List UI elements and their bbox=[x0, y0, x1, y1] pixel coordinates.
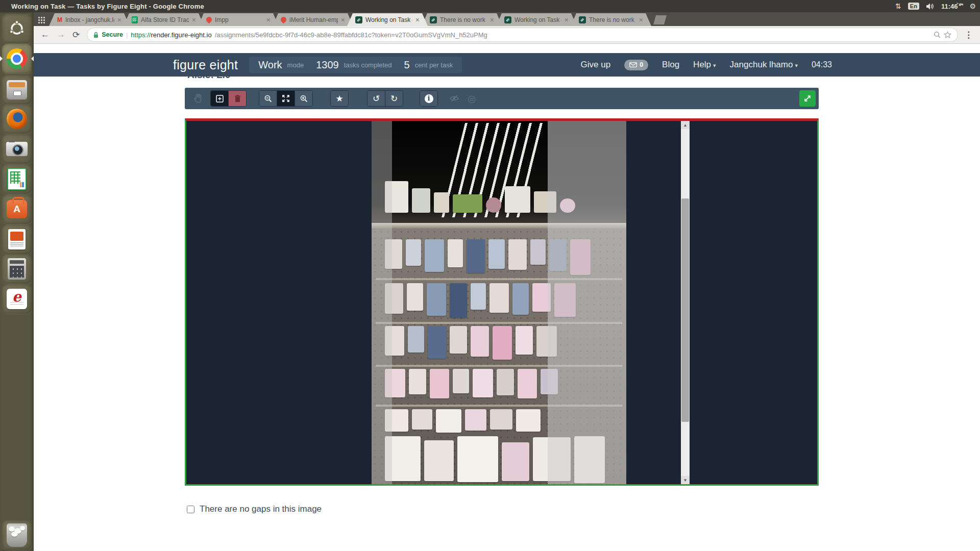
bookmark-star-icon[interactable] bbox=[944, 31, 951, 39]
dock-item-document-viewer[interactable]: e bbox=[2, 284, 32, 314]
figure-eight-icon: ∞ bbox=[504, 16, 511, 23]
tab-no-work-1[interactable]: ∞ There is no work cu × bbox=[422, 13, 502, 26]
chrome-icon bbox=[7, 48, 27, 69]
sheets-icon bbox=[132, 16, 138, 23]
figure-eight-icon: ∞ bbox=[430, 16, 437, 23]
tab-no-work-2[interactable]: ∞ There is no work cu × bbox=[571, 13, 651, 26]
dock-item-firefox[interactable] bbox=[2, 104, 32, 134]
shelf-photo bbox=[372, 121, 626, 484]
zoom-button-group bbox=[259, 90, 313, 107]
chevron-down-icon: ▾ bbox=[795, 62, 798, 68]
expand-arrows-icon bbox=[282, 94, 290, 103]
volume-icon[interactable] bbox=[926, 3, 935, 10]
help-menu[interactable]: Help▾ bbox=[693, 60, 716, 70]
star-icon: ★ bbox=[335, 94, 343, 103]
url-text: https://render.figure-eight.io bbox=[131, 31, 211, 39]
browser-toolbar: ← → ⟳ Secure | https://render.figure-eig… bbox=[34, 26, 980, 44]
add-box-icon bbox=[215, 94, 224, 103]
secure-label: Secure bbox=[102, 31, 123, 38]
dash-home-button[interactable] bbox=[2, 14, 32, 43]
figure-eight-header: figure eight Work mode 1309 tasks comple… bbox=[34, 53, 980, 77]
close-icon[interactable]: × bbox=[415, 16, 420, 24]
clock[interactable]: 11:46 ཚེས bbox=[941, 3, 963, 10]
dock-item-files[interactable] bbox=[2, 75, 32, 105]
dock-item-libreoffice-impress[interactable] bbox=[2, 224, 32, 254]
close-icon[interactable]: × bbox=[266, 16, 271, 24]
undo-button[interactable]: ↺ bbox=[368, 91, 385, 106]
camera-icon bbox=[6, 142, 28, 156]
address-bar[interactable]: Secure | https://render.figure-eight.io … bbox=[87, 28, 958, 42]
delete-box-button[interactable] bbox=[228, 91, 246, 106]
annotation-canvas[interactable]: ▲ ▼ bbox=[185, 118, 819, 486]
info-button[interactable]: i bbox=[420, 91, 437, 106]
scrollbar-thumb[interactable] bbox=[681, 198, 689, 422]
dock-item-chrome[interactable] bbox=[2, 44, 32, 73]
stitch-overlay-right bbox=[548, 121, 626, 484]
tab-impp[interactable]: Impp × bbox=[198, 13, 279, 26]
dock-item-calculator[interactable] bbox=[2, 254, 32, 284]
scroll-down-button[interactable]: ▼ bbox=[681, 476, 690, 484]
messages-badge[interactable]: 0 bbox=[624, 60, 648, 70]
tab-working-on-task-2[interactable]: ∞ Working on Task — × bbox=[496, 13, 577, 26]
pan-hand-icon[interactable] bbox=[193, 93, 203, 104]
message-count: 0 bbox=[640, 61, 643, 68]
pay-value: 5 bbox=[404, 59, 410, 71]
running-indicator bbox=[0, 56, 3, 61]
close-icon[interactable]: × bbox=[117, 16, 121, 24]
tab-strip: M Inbox - jangchuk.l@ × Alfa Store ID Tr… bbox=[34, 12, 980, 26]
dock-item-trash[interactable] bbox=[2, 520, 32, 550]
apps-grid-icon[interactable] bbox=[38, 16, 45, 23]
tab-imerit[interactable]: iMerit Human-emp × bbox=[273, 13, 353, 26]
info-icon: i bbox=[425, 94, 433, 103]
give-up-link[interactable]: Give up bbox=[581, 60, 611, 70]
keyboard-layout-indicator[interactable]: En bbox=[908, 3, 919, 10]
add-box-button[interactable] bbox=[211, 91, 228, 106]
dock-item-ubuntu-software[interactable]: A bbox=[2, 194, 32, 224]
window-title: Working on Task — Tasks by Figure Eight … bbox=[11, 3, 204, 10]
no-gaps-label[interactable]: There are no gaps in this image bbox=[200, 504, 322, 514]
tab-gmail-inbox[interactable]: M Inbox - jangchuk.l@ × bbox=[49, 13, 130, 26]
hide-annotations-icon[interactable] bbox=[449, 94, 459, 103]
canvas-scrollbar[interactable]: ▲ ▼ bbox=[681, 121, 690, 484]
dock-item-camera[interactable] bbox=[2, 134, 32, 164]
no-gaps-checkbox[interactable] bbox=[187, 506, 194, 513]
software-bag-icon: A bbox=[7, 200, 27, 218]
tab-working-on-task-active[interactable]: ∞ Working on Task — × bbox=[347, 13, 428, 26]
session-gear-icon[interactable]: ⚙ bbox=[969, 2, 976, 10]
chrome-menu-icon[interactable]: ⋮ bbox=[964, 30, 973, 40]
focused-indicator bbox=[31, 56, 34, 61]
network-indicator-icon[interactable]: ⇅ bbox=[895, 2, 901, 10]
close-icon[interactable]: × bbox=[490, 16, 494, 24]
focus-target-icon[interactable]: ◎ bbox=[468, 93, 476, 105]
new-tab-button[interactable] bbox=[653, 15, 667, 24]
info-group: i bbox=[420, 90, 438, 107]
system-tray: ⇅ En 11:46 ཚེས ⚙ bbox=[895, 0, 976, 12]
reload-button[interactable]: ⟳ bbox=[72, 30, 80, 40]
fullscreen-expand-icon bbox=[803, 94, 812, 103]
close-icon[interactable]: × bbox=[341, 16, 345, 24]
fit-to-screen-button[interactable] bbox=[277, 91, 295, 106]
scroll-up-button[interactable]: ▲ bbox=[681, 121, 690, 129]
evince-icon: e bbox=[7, 289, 27, 309]
redo-button[interactable]: ↻ bbox=[385, 91, 403, 106]
page-content: Aisle: L.0 figure eight Work mode 1309 t… bbox=[34, 44, 980, 551]
ubuntu-logo-icon bbox=[8, 20, 26, 37]
spreadsheet-icon bbox=[7, 168, 27, 190]
back-button[interactable]: ← bbox=[41, 30, 50, 40]
fullscreen-button[interactable] bbox=[799, 90, 816, 107]
blog-link[interactable]: Blog bbox=[662, 60, 679, 70]
zoom-in-button[interactable] bbox=[295, 91, 312, 106]
dock-item-libreoffice-calc[interactable] bbox=[2, 164, 32, 194]
figure-eight-logo[interactable]: figure eight bbox=[173, 58, 238, 72]
user-menu[interactable]: Jangchuk lhamo▾ bbox=[730, 60, 798, 70]
forward-button[interactable]: → bbox=[57, 30, 65, 40]
close-icon[interactable]: × bbox=[565, 16, 569, 24]
zoom-indicator-icon[interactable] bbox=[934, 31, 941, 38]
tab-alfa-store-tracker[interactable]: Alfa Store ID Tracke × bbox=[124, 13, 204, 26]
url-path: /assignments/5e9fdcbc-9f7d-46c9-ab8e-89f… bbox=[215, 31, 930, 39]
close-icon[interactable]: × bbox=[192, 16, 196, 24]
zoom-out-button[interactable] bbox=[259, 91, 277, 106]
close-icon[interactable]: × bbox=[639, 16, 643, 24]
stitch-overlay-left bbox=[372, 121, 392, 484]
star-button[interactable]: ★ bbox=[331, 91, 348, 106]
